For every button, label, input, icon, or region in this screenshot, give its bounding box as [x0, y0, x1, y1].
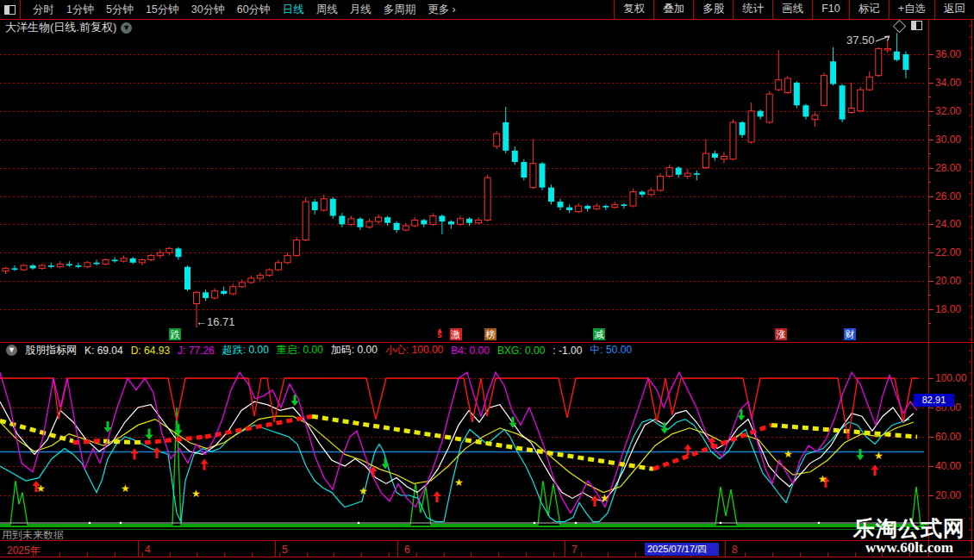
price-axis-label: 36.00	[935, 48, 961, 60]
price-gridlines	[0, 55, 933, 324]
baseline-dot	[818, 522, 821, 525]
price-axis-label: 24.00	[935, 218, 961, 230]
chart-title-bar[interactable]: 大洋生物(日线.前复权) ▼	[5, 21, 132, 34]
price-axis-label: 28.00	[935, 162, 961, 174]
baseline-dot	[575, 522, 578, 525]
indicator-axis-label: 60.00	[935, 431, 961, 443]
price-axis-label: 26.00	[935, 190, 961, 202]
indicator-field-10: : -1.00	[553, 345, 582, 357]
price-axis-label: 20.00	[935, 275, 961, 287]
candlesticks	[3, 33, 908, 327]
chart-canvas: 37.50←16.71★★★★★★★★★	[0, 0, 974, 560]
date-axis-month: 4	[145, 544, 151, 556]
sell-arrow-icon	[738, 409, 746, 420]
buy-arrow-icon	[434, 491, 441, 502]
indicator-field-1: K: 69.04	[84, 345, 123, 357]
indicator-name: 股朋指标网	[25, 343, 77, 358]
baseline-dot	[534, 522, 536, 525]
indicator-field-7: 小心: 100.00	[385, 343, 443, 358]
star-icon: ★	[191, 488, 201, 500]
baseline-dot	[89, 522, 91, 525]
price-axis-label: 22.00	[935, 246, 961, 258]
marker-badge-激: 激	[450, 328, 462, 340]
marker-badge-跌: 跌	[169, 328, 181, 340]
stock-title: 大洋生物(日线.前复权)	[5, 20, 116, 35]
indicator-field-6: 加码: 0.00	[331, 343, 378, 358]
star-icon: ★	[121, 482, 130, 495]
indicator-collapse-icon[interactable]: ▼	[6, 345, 17, 356]
diamond-marker-icon[interactable]	[893, 20, 907, 34]
low-annotation: ←16.71	[196, 315, 235, 328]
baseline-dot	[358, 522, 360, 525]
buy-arrow-icon	[871, 464, 879, 476]
marker-badge-减: 减	[593, 328, 605, 340]
baseline-dot	[720, 522, 722, 525]
date-axis-year: 2025年	[7, 544, 41, 558]
marker-badge-财: 财	[844, 328, 856, 340]
baseline-dot	[120, 522, 122, 525]
buy-arrow-icon	[201, 459, 209, 470]
date-axis-month: 8	[732, 544, 738, 556]
price-axis-label: 18.00	[935, 303, 961, 315]
indicator-field-3: J: 77.26	[178, 345, 215, 357]
buy-arrow-icon	[153, 447, 161, 458]
marker-badge-涨: 涨	[775, 328, 787, 340]
sell-arrow-icon	[857, 449, 865, 460]
high-annotation: 37.50	[846, 34, 875, 47]
marker-badge-榜: 榜	[484, 328, 496, 340]
indicator-axis-label: 40.00	[935, 460, 961, 472]
star-icon: ★	[818, 473, 827, 485]
signal-marks: ★★★★★★★★★	[33, 395, 894, 524]
indicator-field-8: B4: 0.00	[451, 345, 490, 357]
buy-arrow-icon	[131, 449, 139, 460]
date-axis	[33, 541, 910, 557]
date-axis-month: 6	[404, 544, 410, 556]
indicator-header: ▼ 股朋指标网K: 69.04D: 64.93J: 77.26超跌: 0.00重…	[2, 344, 632, 357]
buy-arrow-icon	[684, 445, 692, 456]
price-axis-label: 34.00	[935, 77, 961, 89]
indicator-field-11: 中: 50.00	[590, 343, 632, 358]
trading-app-window: 分时1分钟5分钟15分钟30分钟60分钟日线周线月线多周期更多 › 复权叠加多股…	[0, 0, 974, 560]
signal-s-marker: ▴s	[435, 327, 444, 338]
watermark-url: www.60lt.com	[840, 539, 974, 557]
price-axis-label: 30.00	[935, 134, 961, 146]
date-axis-month: 5	[282, 544, 288, 556]
price-axis-label: 32.00	[935, 105, 961, 117]
star-icon: ★	[784, 448, 793, 460]
chart-corner-icons	[895, 20, 922, 31]
star-icon: ★	[454, 476, 464, 488]
indicator-field-5: 重启: 0.00	[277, 343, 323, 358]
trend-dotted-line	[73, 440, 103, 443]
selected-date-label: 2025/07/17/四	[645, 543, 719, 556]
star-icon: ★	[874, 450, 883, 462]
indicator-field-4: 超跌: 0.00	[222, 343, 269, 358]
indicator-axis-label: 20.00	[935, 489, 961, 501]
site-watermark: 乐淘公式网 www.60lt.com	[840, 517, 974, 557]
indicator-field-2: D: 64.93	[131, 345, 170, 357]
sell-arrow-icon	[146, 428, 153, 439]
pane-toggle-icon[interactable]	[911, 21, 922, 30]
star-icon: ★	[600, 492, 609, 504]
trend-dotted-line	[0, 420, 73, 441]
watermark-site-name: 乐淘公式网	[840, 517, 974, 539]
sell-arrow-icon	[661, 423, 669, 434]
future-data-note: 用到未来数据	[2, 528, 64, 543]
buy-arrow-icon	[591, 495, 599, 507]
indicator-axis-label: 100.00	[935, 372, 967, 384]
date-axis-month: 7	[571, 544, 578, 556]
indicator-field-9: BXG: 0.00	[497, 345, 545, 357]
indicator-cursor-value: 82.91	[914, 394, 954, 407]
star-icon: ★	[36, 482, 46, 495]
star-icon: ★	[359, 485, 368, 497]
title-dropdown-icon[interactable]: ▼	[121, 22, 132, 34]
